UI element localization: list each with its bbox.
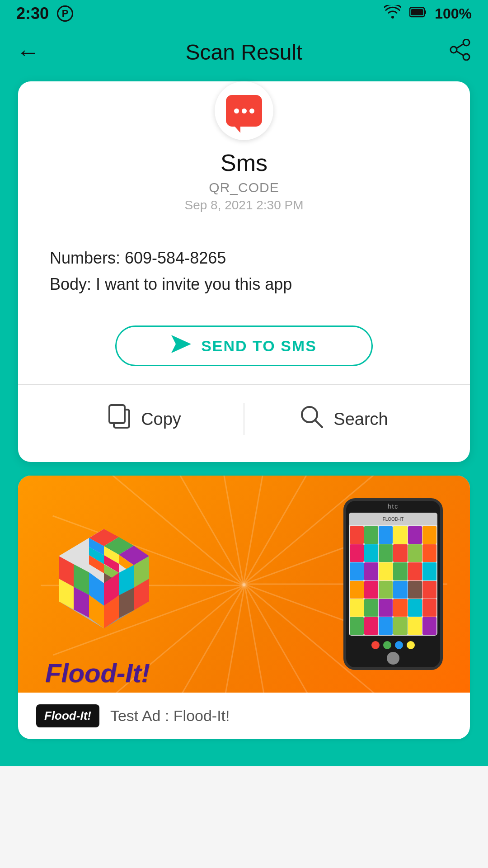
- send-sms-button[interactable]: SEND TO SMS: [115, 326, 373, 366]
- back-button[interactable]: ←: [16, 40, 40, 64]
- main-content: Sms QR_CODE Sep 8, 2021 2:30 PM Numbers:…: [0, 77, 488, 766]
- ad-title: Flood-It!: [45, 659, 153, 688]
- ad-phone-wrapper: htc FLOOD-IT: [343, 498, 443, 670]
- app-bar-title: Scan Result: [186, 40, 303, 65]
- svg-point-3: [463, 39, 469, 46]
- status-bar: 2:30 P 100%: [0, 0, 488, 27]
- copy-label: Copy: [141, 410, 181, 429]
- status-bar-left: 2:30 P: [16, 4, 73, 23]
- ad-banner: Flood-It! For the Android htc FLOOD-IT: [18, 476, 470, 693]
- ad-cube-wrapper: Flood-It! For the Android: [45, 524, 163, 644]
- qr-code-label: QR_CODE: [18, 180, 470, 195]
- scan-result-card: Sms QR_CODE Sep 8, 2021 2:30 PM Numbers:…: [18, 81, 470, 462]
- sms-icon-circle: [215, 81, 273, 140]
- ad-brand-logo: Flood-It!: [36, 704, 99, 727]
- svg-point-5: [463, 54, 469, 60]
- svg-rect-2: [424, 10, 426, 14]
- wifi-icon: [384, 5, 401, 22]
- copy-icon: [108, 403, 131, 435]
- sms-icon-wrapper: [18, 81, 470, 140]
- sms-info: Numbers: 609-584-8265 Body: I want to in…: [18, 231, 470, 312]
- share-button[interactable]: [448, 39, 472, 65]
- ad-subtitle: For the Android: [45, 690, 153, 693]
- parking-icon: P: [57, 5, 73, 22]
- phone-btn-row: [346, 638, 440, 652]
- status-time: 2:30: [16, 4, 49, 23]
- send-icon: [171, 335, 191, 357]
- svg-line-12: [315, 420, 322, 427]
- ad-section: Flood-It! For the Android htc FLOOD-IT: [18, 476, 470, 739]
- battery-icon: [409, 6, 427, 21]
- svg-rect-10: [109, 405, 125, 423]
- status-bar-right: 100%: [384, 5, 472, 22]
- svg-line-7: [456, 51, 464, 56]
- phone-screen-grid: [349, 525, 437, 636]
- ad-brand-row: Flood-It! Test Ad : Flood-It!: [18, 693, 470, 739]
- search-action[interactable]: Search: [244, 404, 443, 434]
- ad-phone-icon: htc FLOOD-IT: [343, 498, 443, 670]
- app-bar: ← Scan Result: [0, 27, 488, 77]
- sms-bubble-icon: [226, 95, 262, 127]
- svg-line-6: [456, 44, 464, 48]
- date-label: Sep 8, 2021 2:30 PM: [18, 198, 470, 212]
- phone-screen-header: FLOOD-IT: [349, 513, 437, 525]
- search-icon: [299, 404, 324, 434]
- battery-text: 100%: [435, 5, 472, 22]
- ad-brand-desc: Test Ad : Flood-It!: [110, 707, 230, 725]
- svg-rect-1: [411, 9, 423, 15]
- dot1: [234, 108, 239, 113]
- send-sms-label: SEND TO SMS: [201, 337, 317, 355]
- actions-row: Copy Search: [18, 385, 470, 439]
- dot3: [249, 108, 254, 113]
- svg-point-4: [450, 47, 457, 53]
- dot2: [242, 108, 247, 113]
- flood-it-cube-icon: [45, 524, 163, 642]
- phone-screen: FLOOD-IT: [349, 513, 437, 636]
- sms-body: Body: I want to invite you this app: [50, 275, 438, 294]
- sms-numbers: Numbers: 609-584-8265: [50, 249, 438, 268]
- svg-marker-8: [171, 335, 191, 353]
- search-label: Search: [333, 410, 388, 429]
- phone-nav-btn: [387, 652, 399, 665]
- copy-action[interactable]: Copy: [45, 403, 244, 435]
- card-type-title: Sms: [18, 149, 470, 176]
